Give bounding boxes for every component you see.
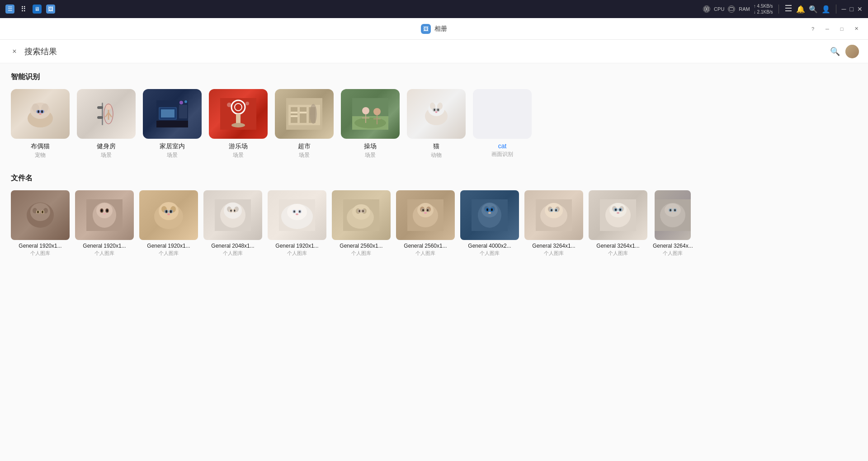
- ram-icon: [728, 5, 735, 13]
- grid-icon[interactable]: ⠿: [19, 5, 28, 14]
- svg-rect-17: [785, 10, 792, 11]
- separator: [778, 5, 779, 14]
- cpu-icon: [703, 5, 710, 13]
- taskbar-right: CPU RAM ↑ 4.5KB/s ↓ 2.1KB/s 🔔 🔍 👤 ─ □ ✕: [703, 3, 863, 15]
- svg-rect-16: [785, 8, 792, 9]
- app2-icon[interactable]: 🖼: [46, 5, 55, 14]
- network-stats: ↑ 4.5KB/s ↓ 2.1KB/s: [754, 3, 773, 15]
- taskbar-search-icon[interactable]: 🔍: [809, 5, 818, 14]
- taskbar-close-btn[interactable]: ✕: [857, 5, 863, 13]
- upload-stat: ↑ 4.5KB/s: [754, 3, 773, 9]
- app1-icon[interactable]: 🖥: [33, 5, 42, 14]
- system-taskbar: ☰ ⠿ 🖥 🖼 CPU RAM ↑ 4.5KB/s ↓ 2.1KB/s 🔔 🔍 …: [0, 0, 868, 18]
- svg-rect-1: [706, 8, 708, 10]
- taskbar-bell-icon[interactable]: 🔔: [796, 5, 805, 14]
- svg-rect-15: [785, 5, 792, 6]
- cpu-label: CPU: [714, 6, 724, 12]
- ram-label: RAM: [739, 6, 750, 12]
- separator2: [836, 5, 836, 14]
- taskbar-user-icon[interactable]: 👤: [821, 5, 830, 14]
- taskbar-left: ☰ ⠿ 🖥 🖼: [5, 5, 55, 14]
- menu-icon[interactable]: ☰: [5, 5, 14, 14]
- taskbar-settings-icon[interactable]: [784, 4, 793, 14]
- download-stat: ↓ 2.1KB/s: [754, 9, 773, 15]
- taskbar-window-btn[interactable]: □: [850, 5, 854, 13]
- svg-rect-10: [729, 8, 734, 10]
- taskbar-minimize-btn[interactable]: ─: [842, 5, 846, 13]
